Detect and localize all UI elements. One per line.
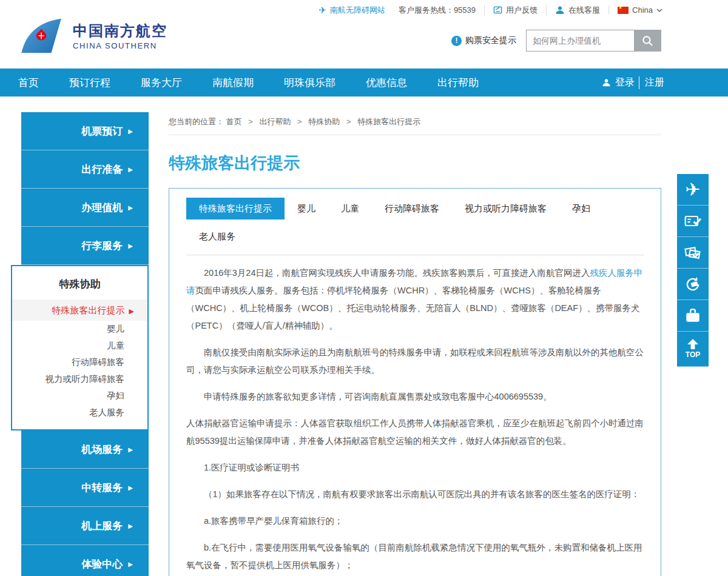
paragraph: b.在飞行中，需要使用医用氧气设备输氧的（目前南航除机载紧急情况下使用的氧气瓶外…	[186, 539, 644, 574]
breadcrumb-special-assistance[interactable]: 特殊协助	[308, 117, 340, 126]
search-button[interactable]	[634, 30, 661, 52]
toolbar-flight-booking-button[interactable]: ✈	[677, 174, 709, 206]
page-title: 特殊旅客出行提示	[169, 152, 661, 174]
plane-icon: ✈	[318, 5, 326, 16]
breadcrumb: 您当前的位置： 首页 > 出行帮助 > 特殊协助 > 特殊旅客出行提示	[169, 116, 661, 135]
locale-label: China	[632, 5, 653, 15]
nav-item-service-hall[interactable]: 服务大厅	[141, 76, 182, 90]
sidebar-item-special-tips-active[interactable]: 特殊旅客出行提示	[12, 300, 147, 321]
tab-special-tips-active[interactable]: 特殊旅客出行提示	[186, 198, 285, 219]
register-link[interactable]: 注册	[639, 76, 664, 89]
brand-text: 中国南方航空 CHINA SOUTHERN	[73, 21, 167, 50]
tabs: 特殊旅客出行提示 婴儿 儿童 行动障碍旅客 视力或听力障碍旅客 孕妇 老人服务	[186, 198, 644, 255]
feedback-link[interactable]: 用户反馈	[484, 5, 538, 16]
sidebar-item-onboard-service[interactable]: 机上服务	[21, 507, 149, 545]
search-icon	[642, 35, 653, 47]
tab-vision-hearing-impaired[interactable]: 视力或听力障碍旅客	[452, 198, 559, 219]
checkin-icon	[684, 212, 702, 230]
airplane-icon: ✈	[685, 179, 700, 200]
paragraph: a.旅客携带早产婴儿保育箱旅行的；	[186, 512, 644, 530]
paragraph-organ-transport: 人体捐献器官运输申请提示：人体器官获取组织工作人员携带人体捐献器官乘机，应至少在…	[186, 415, 644, 450]
online-service-label: 在线客服	[568, 5, 600, 16]
floating-toolbar: ✈ TOP	[677, 174, 709, 367]
header-right: 购票安全提示	[451, 30, 661, 52]
brand-logo[interactable]: 中国南方航空 CHINA SOUTHERN	[17, 16, 167, 55]
china-flag-icon	[618, 7, 629, 14]
sidebar-item-senior-service[interactable]: 老人服务	[12, 404, 147, 421]
tab-senior-service[interactable]: 老人服务	[199, 231, 235, 241]
locale-selector[interactable]: China	[608, 5, 662, 15]
accessibility-site-link[interactable]: ✈ 南航无障碍网站	[318, 5, 385, 16]
nav-item-sky-pearl-club[interactable]: 明珠俱乐部	[284, 76, 335, 90]
nav-item-travel-help[interactable]: 出行帮助	[437, 76, 479, 90]
tab-infant[interactable]: 婴儿	[285, 198, 328, 219]
breadcrumb-home[interactable]: 首页	[226, 117, 242, 126]
tab-child[interactable]: 儿童	[328, 198, 372, 219]
sidebar-item-pregnant[interactable]: 孕妇	[12, 387, 147, 404]
toolbar-tickets-button[interactable]	[677, 237, 709, 269]
sidebar-item-ticket-booking[interactable]: 机票预订	[21, 112, 149, 150]
main-area: 机票预订 出行准备 办理值机 行李服务 特殊协助 特殊旅客出行提示 婴儿 儿童 …	[0, 97, 728, 576]
sidebar-special-assistance-panel: 特殊协助 特殊旅客出行提示 婴儿 儿童 行动障碍旅客 视力或听力障碍旅客 孕妇 …	[11, 265, 149, 430]
sidebar-item-child[interactable]: 儿童	[12, 338, 147, 355]
sidebar-item-infant[interactable]: 婴儿	[12, 321, 147, 338]
accessibility-site-label: 南航无障碍网站	[330, 5, 385, 16]
refund-change-icon	[684, 275, 702, 293]
toolbar-baggage-button[interactable]	[677, 300, 709, 332]
safety-tip-link[interactable]: 购票安全提示	[451, 35, 516, 46]
feedback-label: 用户反馈	[506, 5, 538, 16]
nav-item-holidays[interactable]: 南航假期	[212, 76, 254, 90]
article-body: 2016年3月24日起，南航官网实现残疾人申请服务功能。残疾旅客购票后，可直接进…	[186, 264, 644, 576]
tickets-icon	[684, 244, 702, 262]
sidebar-item-vision-hearing-impaired[interactable]: 视力或听力障碍旅客	[12, 371, 147, 388]
article-box: 特殊旅客出行提示 婴儿 儿童 行动障碍旅客 视力或听力障碍旅客 孕妇 老人服务 …	[169, 188, 661, 576]
special-assistance-header: 特殊协助	[12, 273, 147, 300]
breadcrumb-prefix: 您当前的位置：	[169, 117, 224, 126]
brand-name-en: CHINA SOUTHERN	[73, 41, 167, 50]
sidebar-item-airport-service[interactable]: 机场服务	[21, 430, 149, 469]
baggage-icon	[684, 307, 702, 325]
sidebar-item-transfer-service[interactable]: 中转服务	[21, 469, 149, 507]
person-icon	[555, 5, 565, 15]
toolbar-checkin-button[interactable]	[677, 206, 709, 237]
sidebar: 机票预订 出行准备 办理值机 行李服务 特殊协助 特殊旅客出行提示 婴儿 儿童 …	[21, 112, 149, 576]
chevron-down-icon	[656, 8, 662, 12]
paragraph: （1）如果旅客存在以下情况，南航有权要求旅客出示南航认可医院出具的并有该名旅客的…	[186, 486, 644, 503]
paragraph: 申请特殊服务的旅客欲知更多详情，可咨询南航直属售票处或致电客服中心4006695…	[186, 388, 644, 406]
header: 中国南方航空 CHINA SOUTHERN 购票安全提示	[0, 20, 728, 69]
arrow-up-icon	[685, 339, 701, 349]
account-area: 登录 注册	[602, 76, 664, 89]
feedback-icon	[493, 5, 502, 15]
brand-name-cn: 中国南方航空	[73, 21, 167, 41]
sidebar-item-baggage[interactable]: 行李服务	[21, 227, 149, 265]
nav-item-home[interactable]: 首页	[18, 76, 39, 90]
sidebar-item-travel-prep[interactable]: 出行准备	[21, 150, 149, 189]
main-nav: 首页 预订行程 服务大厅 南航假期 明珠俱乐部 优惠信息 出行帮助 登录 注册	[0, 69, 728, 97]
breadcrumb-current: 特殊旅客出行提示	[357, 117, 420, 126]
safety-tip-label: 购票安全提示	[465, 35, 516, 46]
nav-item-booking[interactable]: 预订行程	[69, 76, 110, 90]
paragraph: 南航仅接受由南航实际承运的且为南航航班号的特殊服务申请，如联程或来回程航班等涉及…	[186, 344, 644, 379]
back-to-top-button[interactable]: TOP	[677, 332, 709, 367]
breadcrumb-travel-help[interactable]: 出行帮助	[259, 117, 291, 126]
alert-icon	[451, 36, 462, 46]
nav-item-deals[interactable]: 优惠信息	[366, 76, 407, 90]
tab-pregnant[interactable]: 孕妇	[559, 198, 603, 219]
tailfin-logo-icon	[17, 16, 67, 55]
tab-mobility-impaired[interactable]: 行动障碍旅客	[372, 198, 452, 219]
login-link[interactable]: 登录	[615, 76, 635, 89]
search-input[interactable]	[526, 30, 634, 52]
content: 您当前的位置： 首页 > 出行帮助 > 特殊协助 > 特殊旅客出行提示 特殊旅客…	[169, 116, 661, 576]
hotline-text: 客户服务热线：95539	[399, 5, 476, 16]
online-service-link[interactable]: 在线客服	[546, 5, 600, 16]
top-label: TOP	[686, 350, 700, 359]
paragraph-intro: 2016年3月24日起，南航官网实现残疾人申请服务功能。残疾旅客购票后，可直接进…	[186, 264, 644, 335]
sidebar-item-mobility-impaired[interactable]: 行动障碍旅客	[12, 354, 147, 371]
sidebar-item-experience-center[interactable]: 体验中心	[21, 545, 149, 576]
toolbar-refund-change-button[interactable]	[677, 269, 709, 300]
user-icon	[602, 78, 611, 87]
sidebar-item-checkin[interactable]: 办理值机	[21, 189, 149, 227]
paragraph: 1.医疗证明或诊断证明书	[186, 459, 644, 477]
